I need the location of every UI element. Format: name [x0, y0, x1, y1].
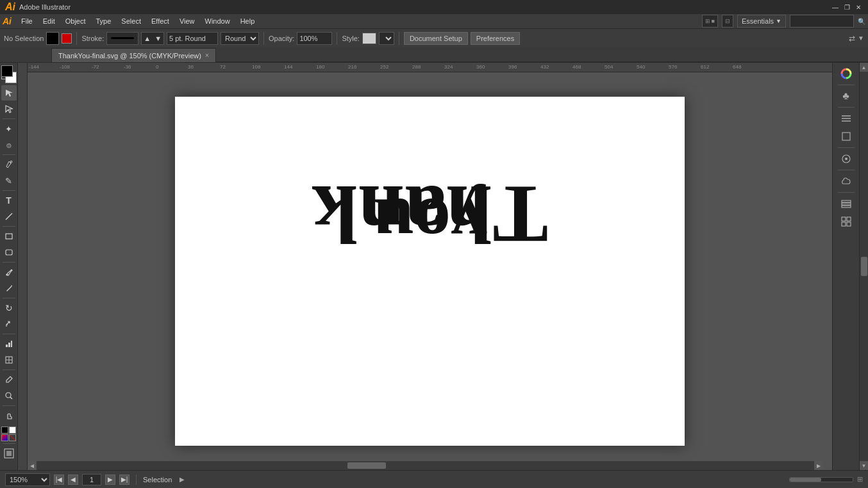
tool-separator-6: [3, 298, 15, 298]
document-tab[interactable]: ThankYou-final.svg @ 150% (CMYK/Preview)…: [51, 48, 216, 62]
app-logo: Ai: [5, 1, 15, 13]
document-setup-button[interactable]: Document Setup: [404, 32, 468, 45]
appearance-tool[interactable]: [838, 150, 855, 167]
scrollbar-bottom[interactable]: ◀ ▶: [28, 461, 823, 470]
graph-tool[interactable]: [1, 336, 17, 352]
stroke-type-select[interactable]: Round Butt Square: [221, 32, 259, 45]
essentials-button[interactable]: Essentials ▼: [737, 15, 786, 28]
line-tool[interactable]: [1, 209, 17, 224]
tool-separator-7: [3, 334, 15, 334]
lasso-tool[interactable]: ⌾: [1, 137, 17, 152]
separator-4: [399, 32, 399, 45]
nav-next-btn[interactable]: ▶: [105, 475, 115, 485]
main-area: ✦ ⌾ ✎ T ↻: [0, 63, 868, 470]
scroll-right-btn[interactable]: ▶: [814, 461, 823, 470]
color-indicator[interactable]: [62, 33, 72, 44]
direct-selection-tool[interactable]: [1, 101, 17, 117]
stroke-up-btn[interactable]: ▲: [142, 35, 153, 42]
align-tool[interactable]: [838, 110, 855, 127]
separator-3: [337, 32, 337, 45]
svg-rect-2: [6, 250, 12, 255]
layers-tool[interactable]: [838, 195, 855, 212]
scroll-thumb-h[interactable]: [347, 462, 386, 469]
svg-rect-6: [11, 341, 12, 347]
magic-wand-tool[interactable]: ✦: [1, 121, 17, 136]
tool-separator-1: [3, 118, 15, 119]
control-bar: No Selection Stroke: ▲ ▼ Round Butt Squa…: [0, 28, 868, 47]
style-swatch[interactable]: [362, 33, 376, 44]
hand-tool[interactable]: [1, 408, 17, 423]
menu-window[interactable]: Window: [201, 16, 235, 26]
progress-bar-fill: [790, 478, 821, 482]
scroll-up-btn[interactable]: ▲: [860, 63, 869, 72]
foreground-color[interactable]: [1, 65, 13, 77]
type-tool[interactable]: T: [1, 193, 17, 208]
nav-first-btn[interactable]: |◀: [54, 475, 64, 485]
tool-separator-2: [3, 154, 15, 155]
scroll-down-btn[interactable]: ▼: [860, 461, 869, 470]
transform-tool[interactable]: [838, 128, 855, 145]
close-btn[interactable]: ✕: [854, 3, 863, 12]
minimize-btn[interactable]: —: [831, 3, 840, 12]
menu-select[interactable]: Select: [117, 16, 146, 26]
tab-close-btn[interactable]: ×: [205, 52, 209, 59]
scroll-thumb-v[interactable]: [861, 257, 867, 276]
rect-tool[interactable]: [1, 229, 17, 244]
zoom-select[interactable]: 150% 100% 200% 50%: [5, 473, 50, 486]
svg-point-22: [845, 158, 847, 160]
style-select[interactable]: [379, 32, 394, 45]
gradient-mesh-tool[interactable]: [1, 352, 17, 368]
scale-tool[interactable]: [1, 316, 17, 332]
opacity-input[interactable]: [297, 32, 332, 45]
stroke-preview: [106, 32, 138, 45]
stroke-indicator[interactable]: [9, 427, 16, 434]
zoom-tool[interactable]: [1, 388, 17, 403]
svg-point-10: [6, 393, 11, 398]
stroke-size-input[interactable]: [167, 32, 218, 45]
svg-line-0: [6, 213, 12, 220]
pen-tool[interactable]: [1, 157, 17, 172]
nav-last-btn[interactable]: ▶|: [119, 475, 129, 485]
scroll-track-h: [37, 461, 814, 470]
svg-rect-1: [6, 234, 12, 239]
menu-object[interactable]: Object: [61, 16, 90, 26]
nav-prev-btn[interactable]: ◀: [68, 475, 78, 485]
canvas-corner: ⊞: [857, 475, 863, 484]
scroll-left-btn[interactable]: ◀: [28, 461, 37, 470]
panel-toggle-icon[interactable]: ▼: [858, 35, 864, 42]
color-wheel-tool[interactable]: [838, 65, 855, 82]
menu-file[interactable]: File: [17, 16, 37, 26]
stroke-down-btn[interactable]: ▼: [153, 35, 163, 42]
menu-effect[interactable]: Effect: [147, 16, 174, 26]
none-indicator[interactable]: [9, 434, 16, 441]
gradient-indicator[interactable]: [1, 434, 8, 441]
rounded-rect-tool[interactable]: [1, 245, 17, 260]
svg-rect-28: [842, 222, 846, 226]
restore-btn[interactable]: ❐: [842, 3, 851, 12]
preferences-button[interactable]: Preferences: [471, 32, 520, 45]
search-input[interactable]: [790, 15, 854, 28]
status-arrow[interactable]: ▶: [179, 476, 185, 483]
artboards-tool[interactable]: [838, 213, 855, 230]
menu-view[interactable]: View: [175, 16, 199, 26]
pencil-tool[interactable]: [1, 281, 17, 296]
brush-tool[interactable]: [1, 264, 17, 280]
eyedropper-tool[interactable]: [1, 372, 17, 387]
selection-tool[interactable]: [1, 85, 17, 101]
arrow-toggle-icon[interactable]: ⇄: [849, 34, 855, 43]
right-separator-5: [838, 192, 855, 193]
rotate-tool[interactable]: ↻: [1, 300, 17, 316]
menu-type[interactable]: Type: [92, 16, 116, 26]
svg-rect-23: [842, 200, 851, 202]
add-anchor-tool[interactable]: ✎: [1, 173, 17, 188]
artboard-tool-2[interactable]: [1, 446, 17, 461]
menu-edit[interactable]: Edit: [38, 16, 60, 26]
creative-cloud-tool[interactable]: [838, 173, 855, 190]
fill-swatch[interactable]: [46, 32, 59, 45]
libraries-tool[interactable]: ♣: [838, 88, 855, 104]
menu-help[interactable]: Help: [236, 16, 260, 26]
canvas-area[interactable]: -144 -108 -72 -36 0 36 72 108 144 180 21…: [28, 63, 832, 470]
scroll-track-v: [860, 72, 869, 461]
page-number-input[interactable]: [82, 474, 101, 485]
fill-indicator[interactable]: [1, 427, 8, 434]
